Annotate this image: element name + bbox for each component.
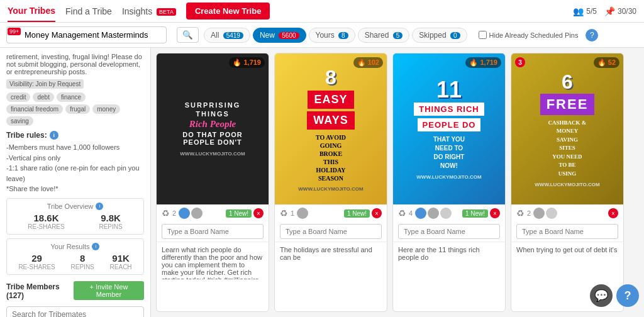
mini-avatar: [533, 208, 545, 219]
search-tribemates-input[interactable]: [6, 306, 144, 318]
avatar-row-4: [533, 208, 557, 219]
dismiss-card-4[interactable]: ×: [608, 208, 618, 218]
action-left-1: ♻ 2: [162, 208, 203, 219]
overview-stats: 18.6K RE-SHARES 9.8K REPINS: [11, 213, 140, 230]
board-input-3[interactable]: [398, 224, 500, 239]
tags-row: credit debt finance financial freedom fr…: [6, 92, 144, 126]
nav-your-tribes[interactable]: Your Tribes: [8, 1, 55, 22]
notif-count-4: 3: [515, 57, 525, 67]
board-input-2[interactable]: [280, 224, 382, 239]
action-right-1: 1 New! ×: [226, 208, 264, 218]
card-text-4: 6 FREE CASHBACK &MONEYSAVINGSITESYOU NEE…: [511, 53, 623, 204]
card-text-1: SURPRISING THINGS Rich People DO THAT PO…: [157, 53, 269, 204]
card-2: 8 EASY WAYS TO AVOIDGOINGBROKETHISHOLIDA…: [274, 53, 387, 312]
notification-dot: 99+: [8, 28, 21, 35]
fire-badge-3: 🔥 1,719: [465, 57, 501, 68]
card-text-2: 8 EASY WAYS TO AVOIDGOINGBROKETHISHOLIDA…: [275, 53, 387, 204]
action-right-2: 1 New! ×: [344, 208, 382, 218]
card-image-3[interactable]: 11 THINGS RICH PEOPLE DO THAT YOUNEED TO…: [393, 53, 505, 204]
card-actions-3: ♻ 4 1 New! ×: [393, 204, 505, 221]
board-input-1[interactable]: [162, 224, 264, 239]
filter-all[interactable]: All 5419: [204, 28, 250, 43]
filter-shared[interactable]: Shared 5: [358, 28, 410, 43]
invite-member-button[interactable]: + Invite New Member: [74, 281, 144, 300]
nav-insights[interactable]: Insights BETA: [122, 1, 176, 21]
dismiss-card-1[interactable]: ×: [253, 208, 264, 218]
repin-icon-2: ♻: [280, 208, 288, 218]
help-float-button[interactable]: ?: [616, 284, 639, 307]
search-button[interactable]: 🔍: [177, 27, 199, 43]
filter-skipped[interactable]: Skipped 0: [412, 28, 467, 43]
mini-avatar: [428, 208, 439, 219]
repin-count-1: 2: [172, 209, 176, 217]
filter-yours[interactable]: Yours 8: [309, 28, 355, 43]
content-area: SURPRISING THINGS Rich People DO THAT PO…: [151, 48, 644, 317]
card-desc-3: Here are the 11 things rich people do: [393, 242, 505, 265]
filter-tabs: All 5419 New 5600 Yours 8 Shared 5 Skipp…: [204, 28, 467, 43]
nav-left: Your Tribes Find a Tribe Insights BETA C…: [8, 1, 270, 22]
new-pill-3: 1 New!: [462, 209, 488, 218]
tribe-select-wrap: 99+ Money Management Masterminds: [6, 26, 167, 43]
card-image-1[interactable]: SURPRISING THINGS Rich People DO THAT PO…: [157, 53, 269, 204]
pins-stat: 📌 30/30: [604, 6, 636, 16]
fire-badge-4: 🔥 52: [594, 57, 619, 68]
beta-badge: BETA: [157, 8, 176, 16]
card-image-2[interactable]: 8 EASY WAYS TO AVOIDGOINGBROKETHISHOLIDA…: [275, 53, 387, 204]
action-left-3: ♻ 4: [398, 208, 452, 219]
mini-avatar: [546, 208, 557, 219]
new-pill-2: 1 New!: [344, 209, 370, 218]
card-desc-1: Learn what rich people do differently th…: [157, 242, 269, 279]
fire-badge-1: 🔥 1,719: [229, 57, 265, 68]
create-tribe-button[interactable]: Create New Tribe: [186, 3, 270, 19]
sidebar-description: retirement, investing, frugal living! Pl…: [6, 53, 144, 75]
board-input-4[interactable]: [516, 224, 618, 239]
tag-frugal: frugal: [65, 104, 90, 114]
tag-saving: saving: [6, 116, 33, 126]
rules-title: Tribe rules: i: [6, 131, 144, 140]
nav-find-tribe[interactable]: Find a Tribe: [65, 1, 112, 21]
card-actions-2: ♻ 1 1 New! ×: [275, 204, 387, 221]
mini-avatar: [440, 208, 452, 219]
repin-count-4: 2: [527, 209, 531, 217]
mini-avatar: [297, 208, 308, 219]
card-text-3: 11 THINGS RICH PEOPLE DO THAT YOUNEED TO…: [393, 53, 505, 204]
nav-right: 👥 5/5 📌 30/30: [573, 6, 636, 16]
card-4: 6 FREE CASHBACK &MONEYSAVINGSITESYOU NEE…: [511, 53, 624, 312]
card-1: SURPRISING THINGS Rich People DO THAT PO…: [156, 53, 269, 312]
card-3: 11 THINGS RICH PEOPLE DO THAT YOUNEED TO…: [392, 53, 506, 312]
hide-scheduled-label[interactable]: Hide Already Scheduled Pins: [479, 31, 579, 39]
main-layout: retirement, investing, frugal living! Pl…: [0, 48, 644, 317]
action-left-4: ♻ 2: [516, 208, 557, 219]
repin-icon-4: ♻: [516, 208, 525, 218]
filter-new[interactable]: New 5600: [253, 28, 306, 43]
avatar-row-1: [179, 208, 203, 219]
members-stat: 👥 5/5: [573, 6, 597, 16]
tribe-overview: Tribe Overview i 18.6K RE-SHARES 9.8K RE…: [6, 198, 144, 235]
avatar-row-2: [297, 208, 308, 219]
card-desc-2: The holidays are stressful and can be: [275, 242, 387, 265]
avatar-row-3: [415, 208, 452, 219]
chat-button[interactable]: 💬: [590, 284, 613, 307]
card-image-4[interactable]: 6 FREE CASHBACK &MONEYSAVINGSITESYOU NEE…: [511, 53, 623, 204]
repin-icon-3: ♻: [398, 208, 406, 218]
members-title: Tribe Members (127): [6, 282, 74, 300]
dismiss-card-2[interactable]: ×: [372, 208, 382, 218]
repin-count-2: 1: [291, 209, 294, 217]
your-repins-stat: 8 REPINS: [71, 253, 94, 270]
hide-scheduled-checkbox[interactable]: [479, 31, 487, 39]
help-button[interactable]: ?: [586, 29, 598, 42]
cards-grid: SURPRISING THINGS Rich People DO THAT PO…: [151, 48, 644, 317]
rules-text: -Members must have 1,000 followers -Vert…: [6, 142, 144, 194]
tag-finance: finance: [57, 92, 86, 102]
action-right-4: ×: [608, 208, 618, 218]
your-reshares-stat: 29 RE-SHARES: [18, 253, 55, 270]
card-actions-1: ♻ 2 1 New! ×: [157, 204, 269, 221]
mini-avatar: [191, 208, 203, 219]
new-pill-1: 1 New!: [226, 209, 252, 218]
card-desc-4: When trying to get out of debt it's: [511, 242, 623, 257]
results-title: Your Results i: [11, 243, 140, 250]
tribe-selector[interactable]: Money Management Masterminds: [6, 26, 167, 43]
dismiss-card-3[interactable]: ×: [490, 208, 500, 218]
members-icon: 👥: [573, 6, 584, 16]
tag-credit: credit: [6, 92, 30, 102]
